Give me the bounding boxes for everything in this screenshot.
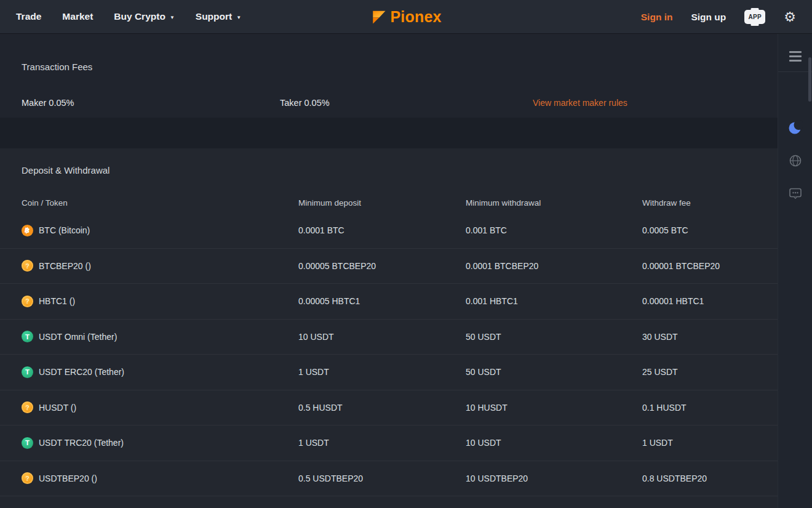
table-row: ? HBTC1 () 0.00005 HBTC1 0.001 HBTC1 0.0… <box>0 284 778 320</box>
coin-cell: ? USDTBEP20 () <box>22 472 298 484</box>
withdraw-fee-cell: 1 USDT <box>642 438 778 448</box>
unknown-coin-icon: ? <box>22 296 33 307</box>
pionex-logo-icon <box>370 9 387 25</box>
coin-name: USDT TRC20 (Tether) <box>39 438 124 448</box>
coin-name: BTC (Bitcoin) <box>39 225 90 235</box>
withdraw-fee-cell: 0.00001 HBTC1 <box>642 296 778 306</box>
market-maker-rules-link[interactable]: View market maker rules <box>533 98 778 108</box>
app-badge-label: APP <box>749 14 762 20</box>
deposit-withdrawal-title: Deposit & Withdrawal <box>0 148 778 175</box>
col-header-coin: Coin / Token <box>22 198 298 208</box>
min-withdrawal-cell: 50 USDT <box>466 367 642 377</box>
main-content: Transaction Fees Maker 0.05% Taker 0.05%… <box>0 34 778 508</box>
min-withdrawal-cell: 50 USDT <box>466 332 642 342</box>
gear-icon[interactable]: ⚙ <box>784 10 796 24</box>
nav-item-label: Buy Crypto <box>114 11 165 22</box>
min-deposit-cell: 10 USDT <box>298 332 466 342</box>
table-row: ฿ BTC (Bitcoin) 0.0001 BTC 0.001 BTC 0.0… <box>0 213 778 249</box>
coin-cell: T USDT ERC20 (Tether) <box>22 366 298 378</box>
brand-name: Pionex <box>390 8 441 26</box>
withdraw-fee-cell: 30 USDT <box>642 332 778 342</box>
app-download-icon[interactable]: APP <box>744 10 765 24</box>
chat-icon <box>788 186 803 201</box>
coin-cell: ? BTCBEP20 () <box>22 260 298 272</box>
min-withdrawal-cell: 0.001 HBTC1 <box>466 296 642 306</box>
table-row: ? HUSDT () 0.5 HUSDT 10 HUSDT 0.1 HUSDT <box>0 390 778 426</box>
transaction-fees-section: Transaction Fees Maker 0.05% Taker 0.05%… <box>0 34 778 118</box>
withdraw-fee-cell: 0.00001 BTCBEP20 <box>642 261 778 271</box>
min-deposit-cell: 0.5 HUSDT <box>298 403 466 413</box>
fees-row: Maker 0.05% Taker 0.05% View market make… <box>0 98 778 108</box>
coin-cell: ? HBTC1 () <box>22 296 298 307</box>
nav-right: Sign in Sign up APP ⚙ <box>641 0 796 34</box>
min-deposit-cell: 0.00005 BTCBEP20 <box>298 261 466 271</box>
scrollbar-thumb[interactable] <box>808 57 811 102</box>
withdraw-fee-cell: 0.0005 BTC <box>642 225 778 235</box>
transaction-fees-title: Transaction Fees <box>0 34 778 72</box>
nav-item-buy-crypto[interactable]: Buy Crypto ▼ <box>114 11 174 22</box>
section-divider <box>0 118 778 148</box>
min-deposit-cell: 1 USDT <box>298 367 466 377</box>
min-deposit-cell: 0.0001 BTC <box>298 225 466 235</box>
globe-icon <box>788 153 803 168</box>
nav-item-support[interactable]: Support ▼ <box>196 11 241 22</box>
min-deposit-cell: 1 USDT <box>298 438 466 448</box>
btc-coin-icon: ฿ <box>22 225 33 236</box>
nav-links: Trade Market Buy Crypto ▼ Support ▼ <box>0 11 241 22</box>
unknown-coin-icon: ? <box>22 401 33 413</box>
nav-item-market[interactable]: Market <box>62 11 93 22</box>
menu-icon[interactable] <box>778 49 812 72</box>
coin-name: HUSDT () <box>39 403 76 413</box>
col-header-min-deposit: Minimum deposit <box>298 198 466 208</box>
table-row: T USDT ERC20 (Tether) 1 USDT 50 USDT 25 … <box>0 355 778 390</box>
coin-cell: ? HUSDT () <box>22 401 298 413</box>
nav-item-label: Support <box>196 11 232 22</box>
dark-mode-toggle[interactable] <box>778 119 812 135</box>
coin-name: USDT ERC20 (Tether) <box>39 367 124 377</box>
language-selector[interactable] <box>778 153 812 168</box>
tether-coin-icon: T <box>22 366 33 378</box>
coin-name: USDTBEP20 () <box>39 474 97 483</box>
min-withdrawal-cell: 0.001 BTC <box>466 225 642 235</box>
nav-item-trade[interactable]: Trade <box>16 11 41 22</box>
right-sidebar <box>778 34 812 508</box>
tether-coin-icon: T <box>22 331 33 342</box>
table-header-row: Coin / Token Minimum deposit Minimum wit… <box>0 198 778 208</box>
chat-support-button[interactable] <box>778 186 812 201</box>
moon-icon <box>787 119 803 135</box>
min-withdrawal-cell: 10 USDTBEP20 <box>466 474 642 483</box>
min-deposit-cell: 0.5 USDTBEP20 <box>298 474 466 483</box>
table-row: ? BTCBEP20 () 0.00005 BTCBEP20 0.0001 BT… <box>0 249 778 284</box>
col-header-min-withdrawal: Minimum withdrawal <box>466 198 642 208</box>
table-row: ? USDTBEP20 () 0.5 USDTBEP20 10 USDTBEP2… <box>0 461 778 497</box>
coin-name: USDT Omni (Tether) <box>39 332 117 342</box>
nav-item-label: Market <box>62 11 93 22</box>
taker-fee: Taker 0.05% <box>280 98 533 108</box>
chevron-down-icon: ▼ <box>236 15 241 20</box>
pionex-logo[interactable]: Pionex <box>370 0 441 34</box>
table-row: T USDT TRC20 (Tether) 1 USDT 10 USDT 1 U… <box>0 425 778 461</box>
chevron-down-icon: ▼ <box>170 15 175 20</box>
maker-fee: Maker 0.05% <box>22 98 280 108</box>
tether-coin-icon: T <box>22 437 33 449</box>
coin-cell: T USDT Omni (Tether) <box>22 331 298 342</box>
table-row: T USDT Omni (Tether) 10 USDT 50 USDT 30 … <box>0 320 778 355</box>
coin-cell: T USDT TRC20 (Tether) <box>22 437 298 449</box>
sign-in-button[interactable]: Sign in <box>641 12 673 23</box>
unknown-coin-icon: ? <box>22 260 33 272</box>
deposit-withdrawal-section: Deposit & Withdrawal Coin / Token Minimu… <box>0 148 778 508</box>
withdraw-fee-cell: 25 USDT <box>642 367 778 377</box>
min-deposit-cell: 0.00005 HBTC1 <box>298 296 466 306</box>
unknown-coin-icon: ? <box>22 472 33 484</box>
top-nav: Trade Market Buy Crypto ▼ Support ▼ Pion… <box>0 0 812 34</box>
min-withdrawal-cell: 10 USDT <box>466 438 642 448</box>
coin-cell: ฿ BTC (Bitcoin) <box>22 225 298 236</box>
sign-up-button[interactable]: Sign up <box>691 12 726 23</box>
withdraw-fee-cell: 0.1 HUSDT <box>642 403 778 413</box>
coin-name: HBTC1 () <box>39 296 75 306</box>
min-withdrawal-cell: 10 HUSDT <box>466 403 642 413</box>
min-withdrawal-cell: 0.0001 BTCBEP20 <box>466 261 642 271</box>
col-header-withdraw-fee: Withdraw fee <box>642 198 778 208</box>
withdraw-fee-cell: 0.8 USDTBEP20 <box>642 474 778 483</box>
nav-item-label: Trade <box>16 11 41 22</box>
